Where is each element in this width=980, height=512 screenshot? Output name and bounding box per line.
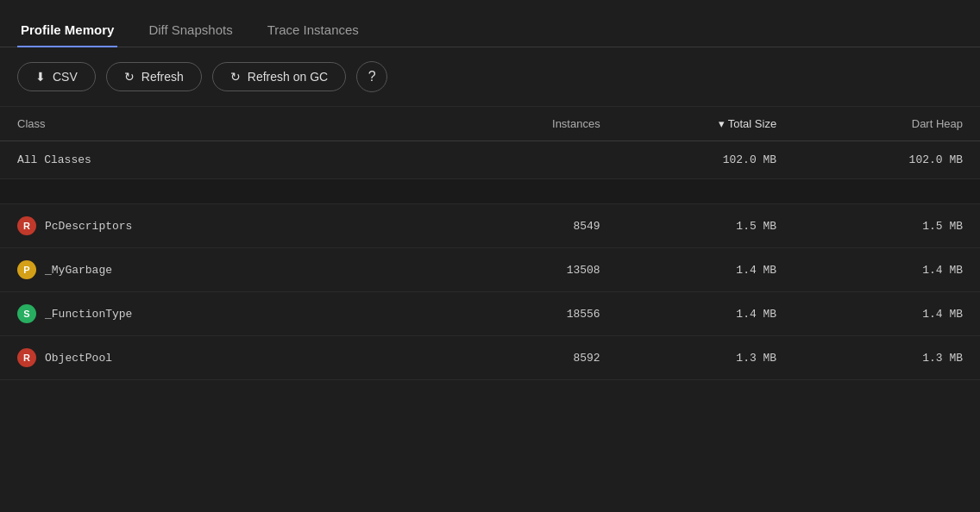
instances-value: 18556	[441, 292, 617, 336]
tab-diff-snapshots[interactable]: Diff Snapshots	[145, 14, 236, 47]
refresh-on-gc-button[interactable]: ↻ Refresh on GC	[212, 62, 346, 91]
refresh-label: Refresh	[141, 70, 184, 84]
class-name: ObjectPool	[45, 352, 112, 365]
class-badge: R	[17, 216, 36, 235]
class-badge: P	[17, 260, 36, 279]
class-name: _FunctionType	[45, 308, 132, 321]
table-row[interactable]: S_FunctionType185561.4 MB1.4 MB	[0, 292, 980, 336]
help-icon: ?	[368, 69, 376, 84]
table-row[interactable]: RObjectPool85921.3 MB1.3 MB	[0, 336, 980, 380]
instances-value: 13508	[441, 248, 617, 292]
dart-heap-value: 1.4 MB	[794, 248, 980, 292]
class-badge: R	[17, 348, 36, 367]
table-row[interactable]: P_MyGarbage135081.4 MB1.4 MB	[0, 248, 980, 292]
total-size-value: 1.4 MB	[618, 248, 794, 292]
tab-profile-memory[interactable]: Profile Memory	[17, 14, 117, 47]
sort-arrow-icon: ▾	[719, 117, 725, 130]
toolbar: ⬇ CSV ↻ Refresh ↻ Refresh on GC ?	[0, 47, 980, 107]
instances-value	[441, 141, 617, 179]
dart-heap-value: 1.3 MB	[794, 336, 980, 380]
refresh-gc-icon: ↻	[230, 70, 241, 84]
column-header-total-size[interactable]: ▾Total Size	[618, 107, 794, 141]
refresh-button[interactable]: ↻ Refresh	[106, 62, 202, 91]
instances-value: 8549	[441, 204, 617, 248]
total-size-value: 1.5 MB	[618, 204, 794, 248]
total-size-value: 102.0 MB	[618, 141, 794, 179]
separator-row	[0, 179, 980, 204]
help-button[interactable]: ?	[356, 61, 387, 92]
total-size-value: 1.4 MB	[618, 292, 794, 336]
class-name-all: All Classes	[0, 141, 441, 179]
memory-table: Class Instances ▾Total Size Dart Heap Al…	[0, 107, 980, 380]
refresh-on-gc-label: Refresh on GC	[248, 70, 328, 84]
dart-heap-value: 102.0 MB	[794, 141, 980, 179]
table-header-row: Class Instances ▾Total Size Dart Heap	[0, 107, 980, 141]
instances-value: 8592	[441, 336, 617, 380]
table-row[interactable]: RPcDescriptors85491.5 MB1.5 MB	[0, 204, 980, 248]
csv-button[interactable]: ⬇ CSV	[17, 62, 96, 91]
class-name: _MyGarbage	[45, 264, 112, 277]
tab-bar: Profile Memory Diff Snapshots Trace Inst…	[0, 0, 980, 47]
dart-heap-value: 1.5 MB	[794, 204, 980, 248]
column-header-class[interactable]: Class	[0, 107, 441, 141]
download-icon: ⬇	[35, 70, 46, 84]
tab-trace-instances[interactable]: Trace Instances	[264, 14, 362, 47]
memory-table-container: Class Instances ▾Total Size Dart Heap Al…	[0, 107, 980, 512]
total-size-value: 1.3 MB	[618, 336, 794, 380]
main-container: Profile Memory Diff Snapshots Trace Inst…	[0, 0, 980, 512]
class-badge: S	[17, 304, 36, 323]
dart-heap-value: 1.4 MB	[794, 292, 980, 336]
table-row[interactable]: All Classes102.0 MB102.0 MB	[0, 141, 980, 179]
column-header-dart-heap[interactable]: Dart Heap	[794, 107, 980, 141]
class-name: PcDescriptors	[45, 220, 132, 233]
refresh-icon: ↻	[124, 70, 135, 84]
column-header-instances[interactable]: Instances	[441, 107, 617, 141]
csv-label: CSV	[53, 70, 78, 84]
